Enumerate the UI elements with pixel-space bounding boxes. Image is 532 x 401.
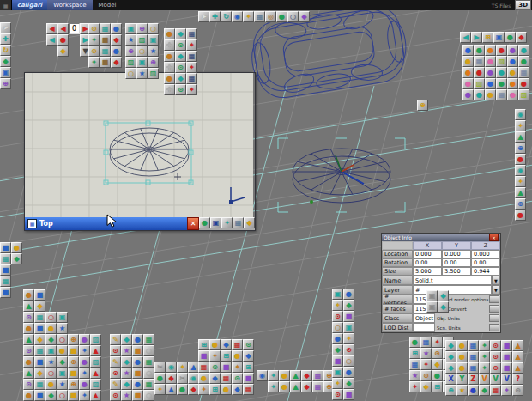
tool-icon[interactable]: ⊙ <box>490 351 501 362</box>
tool-icon[interactable]: ● <box>432 370 443 381</box>
viewport-camera-icon[interactable]: ▣ <box>210 217 221 228</box>
object-tool-icon[interactable]: ➤ <box>198 11 209 22</box>
tool-icon[interactable]: ◆ <box>445 340 456 351</box>
primitive-icon[interactable]: ■ <box>68 390 79 401</box>
tool-icon[interactable]: ■ <box>243 373 254 384</box>
material-swatch-icon[interactable]: ● <box>518 78 529 89</box>
tool-icon[interactable]: ⊞ <box>221 350 232 362</box>
material-swatch-icon[interactable]: ● <box>507 67 518 78</box>
tool-icon[interactable]: ◆ <box>175 73 186 84</box>
tool-icon[interactable]: ● <box>11 242 22 253</box>
tool-icon[interactable]: ● <box>279 370 290 381</box>
dropdown-arrow-icon[interactable]: ▼ <box>492 276 500 285</box>
tool-icon[interactable]: ✚ <box>164 39 175 51</box>
tool-icon[interactable]: ▦ <box>100 46 111 57</box>
keyframe-icon[interactable]: ◆ <box>57 46 69 57</box>
top-view-window[interactable]: ▦ Top ✕ ●▣✦▦◆ <box>24 72 256 231</box>
tool-icon[interactable]: ✦ <box>420 359 432 370</box>
tool-icon[interactable]: ▦ <box>243 384 254 395</box>
tool-icon[interactable]: ▦ <box>198 362 209 373</box>
tool-icon[interactable]: ✦ <box>186 84 197 95</box>
tool-icon[interactable]: ● <box>209 339 221 350</box>
tool-icon[interactable]: ▲ <box>515 131 526 143</box>
tool-icon[interactable]: ◆ <box>221 339 232 350</box>
primitive-icon[interactable]: ▲ <box>90 368 101 379</box>
primitive-icon[interactable]: ▦ <box>34 379 45 390</box>
tool-icon[interactable]: ✦ <box>515 120 526 131</box>
material-swatch-icon[interactable]: ● <box>474 45 485 56</box>
tool-icon[interactable]: ● <box>132 356 143 368</box>
tool-icon[interactable]: ▦ <box>143 334 154 345</box>
tool-icon[interactable]: ✦ <box>186 39 197 51</box>
zoom-view-icon[interactable]: ◉ <box>232 11 243 22</box>
tool-icon[interactable]: ▣ <box>136 57 148 68</box>
tool-icon[interactable]: ▦ <box>312 381 323 392</box>
tool-icon[interactable]: ✦ <box>501 385 512 396</box>
tool-icon[interactable]: ★ <box>456 385 468 396</box>
tool-icon[interactable]: ▲ <box>166 384 177 395</box>
material-swatch-icon[interactable]: ● <box>485 56 496 67</box>
help-icon[interactable]: ? <box>512 374 523 385</box>
primitive-icon[interactable]: ⊕ <box>68 379 79 390</box>
primitive-icon[interactable]: ◆ <box>57 356 68 368</box>
tool-icon[interactable]: ▦ <box>409 359 420 370</box>
primitive-icon[interactable]: ■ <box>68 345 79 356</box>
primitive-icon[interactable]: ▨ <box>90 334 101 345</box>
tool-icon[interactable]: ⊙ <box>232 373 243 384</box>
tool-icon[interactable]: ▣ <box>426 301 438 313</box>
tool-icon[interactable]: ⊙ <box>332 389 343 400</box>
tool-icon[interactable]: ✎ <box>110 334 121 345</box>
tool-icon[interactable]: ■ <box>132 345 143 356</box>
tool-icon[interactable]: ◆ <box>111 57 122 68</box>
tool-icon[interactable]: ● <box>164 51 175 62</box>
axis-x-icon[interactable]: X <box>445 374 456 385</box>
tool-icon[interactable]: ▦ <box>186 51 197 62</box>
vertex-v3-icon[interactable]: V <box>501 374 512 385</box>
tool-icon[interactable]: ⊙ <box>432 348 443 359</box>
tool-icon[interactable]: ◆ <box>232 384 243 395</box>
primitive-icon[interactable]: ✦ <box>79 345 90 356</box>
tool-icon[interactable]: ◆ <box>243 350 254 362</box>
tool-icon[interactable]: ★ <box>148 46 159 57</box>
translate-tool-icon[interactable]: ✚ <box>0 33 11 45</box>
primitive-icon[interactable]: ▣ <box>57 312 68 323</box>
tool-icon[interactable]: ✦ <box>343 333 354 344</box>
material-swatch-icon[interactable]: ● <box>496 67 507 78</box>
tool-icon[interactable]: ◆ <box>479 385 490 396</box>
viewport-options-icon[interactable]: ◆ <box>244 217 255 228</box>
tool-icon[interactable]: ■ <box>198 350 209 362</box>
tool-icon[interactable]: ✦ <box>154 384 166 395</box>
tool-icon[interactable]: ○ <box>125 68 136 79</box>
primitive-icon[interactable]: ◆ <box>45 390 57 401</box>
tool-icon[interactable]: ◆ <box>445 362 456 374</box>
tool-icon[interactable]: ● <box>343 367 354 378</box>
tool-icon[interactable]: ● <box>332 333 343 344</box>
layer-field[interactable]: # <box>413 285 492 295</box>
tool-icon[interactable]: ◉ <box>515 165 526 176</box>
material-swatch-icon[interactable]: ● <box>462 67 474 78</box>
info-stat-value[interactable] <box>413 323 435 332</box>
primitive-icon[interactable]: ⊕ <box>68 334 79 345</box>
top-view-title-area[interactable]: ▦ Top <box>25 217 187 230</box>
tool-icon[interactable]: ● <box>154 373 166 384</box>
tool-icon[interactable]: ● <box>221 384 232 395</box>
top-view-title-bar[interactable]: ▦ Top ✕ ●▣✦▦◆ <box>25 217 255 230</box>
tool-icon[interactable]: ⊙ <box>343 344 354 355</box>
tool-icon[interactable]: ✦ <box>268 381 279 392</box>
tool-icon[interactable]: ⊞ <box>409 348 420 359</box>
play-reverse-icon[interactable]: ◀ <box>46 34 57 46</box>
tool-icon[interactable]: ✦ <box>479 362 490 374</box>
tool-icon[interactable]: ★ <box>121 390 132 401</box>
wireframe-toggle-icon[interactable]: ○ <box>287 11 299 22</box>
grid-snap-icon[interactable]: ▦ <box>254 11 265 22</box>
material-swatch-icon[interactable]: ▦ <box>518 67 529 78</box>
tool-icon[interactable]: ◉ <box>166 362 177 373</box>
view-options-icon[interactable]: ◆ <box>299 11 310 22</box>
tool-icon[interactable]: ■ <box>132 368 143 379</box>
material-swatch-icon[interactable]: ● <box>496 78 507 89</box>
tool-icon[interactable]: ▨ <box>125 57 136 68</box>
info-value-field[interactable]: 5.000 <box>413 267 442 276</box>
tool-icon[interactable]: ✦ <box>332 378 343 389</box>
tool-icon[interactable]: ⊙ <box>209 362 221 373</box>
tool-icon[interactable]: ■ <box>343 311 354 322</box>
